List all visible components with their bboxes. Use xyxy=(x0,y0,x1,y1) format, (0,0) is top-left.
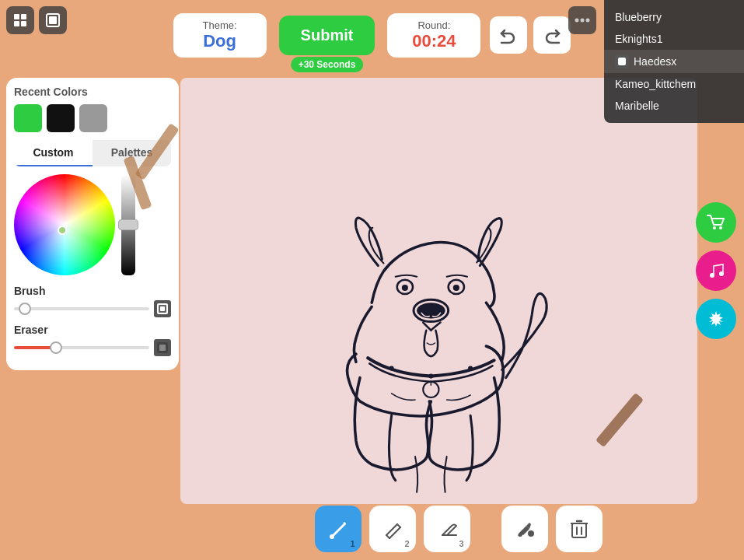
top-right-menu-icon[interactable] xyxy=(568,6,596,34)
bottom-toolbar: 1 2 3 xyxy=(315,506,603,552)
brush-label: Brush xyxy=(14,285,171,297)
brush-tool-num: 1 xyxy=(350,539,355,548)
eraser-slider-row xyxy=(14,339,171,356)
settings-button[interactable] xyxy=(696,299,736,339)
top-left-icon-2[interactable] xyxy=(39,6,67,34)
svg-point-16 xyxy=(468,366,473,370)
brush-size-icon xyxy=(154,300,171,317)
svg-point-40 xyxy=(575,19,579,23)
player-name-blueberry: Blueberry xyxy=(615,11,662,23)
pencil-tool-num: 2 xyxy=(404,539,409,548)
svg-point-14 xyxy=(389,366,394,370)
svg-point-35 xyxy=(719,226,722,229)
player-name-maribelle: Maribelle xyxy=(615,100,659,112)
shop-button[interactable] xyxy=(696,202,736,243)
svg-point-42 xyxy=(586,19,590,23)
round-box: Round: 00:24 xyxy=(387,13,480,58)
eraser-size-icon xyxy=(154,339,171,356)
svg-point-36 xyxy=(710,273,714,278)
color-wheel[interactable] xyxy=(14,174,115,275)
undo-button[interactable] xyxy=(490,16,527,54)
svg-point-11 xyxy=(417,303,445,318)
theme-box: Theme: Dog xyxy=(173,13,267,58)
svg-rect-1 xyxy=(21,14,26,19)
svg-line-26 xyxy=(386,535,389,538)
svg-rect-19 xyxy=(160,306,165,311)
plus-seconds-badge: +30 Seconds xyxy=(291,57,364,72)
color-swatch-black[interactable] xyxy=(47,104,75,132)
eraser-size-slider[interactable] xyxy=(14,346,149,349)
color-swatch-green[interactable] xyxy=(14,104,42,132)
brush-size-slider[interactable] xyxy=(14,307,149,310)
brush-slider-row xyxy=(14,300,171,317)
svg-point-28 xyxy=(528,530,534,537)
brush-section: Brush xyxy=(14,285,171,317)
svg-rect-2 xyxy=(14,21,19,26)
eraser-label: Eraser xyxy=(14,324,171,336)
tab-palettes[interactable]: Palettes xyxy=(93,140,171,166)
top-left-icons xyxy=(6,6,67,34)
player-name-eknights1: Eknights1 xyxy=(615,33,662,45)
svg-line-25 xyxy=(389,527,400,538)
tab-custom[interactable]: Custom xyxy=(14,140,93,166)
fill-tool-button[interactable] xyxy=(501,506,548,552)
svg-point-22 xyxy=(330,534,334,539)
player-name-kameo: Kameo_kittchem xyxy=(615,78,696,90)
svg-rect-3 xyxy=(21,21,26,26)
eraser-tool-button[interactable]: 3 xyxy=(424,506,470,552)
round-value: 00:24 xyxy=(403,31,465,51)
submit-button[interactable]: Submit +30 Seconds xyxy=(279,16,375,55)
svg-point-34 xyxy=(713,226,716,229)
player-list: Blueberry Eknights1 Haedesx Kameo_kittch… xyxy=(604,0,744,123)
top-left-icon-1[interactable] xyxy=(6,6,34,34)
svg-rect-29 xyxy=(572,523,586,537)
player-item-kameo: Kameo_kittchem xyxy=(604,73,744,95)
eraser-section: Eraser xyxy=(14,324,171,356)
player-item-blueberry: Blueberry xyxy=(604,6,744,28)
player-item-eknights1: Eknights1 xyxy=(604,28,744,50)
svg-point-15 xyxy=(428,374,433,379)
pencil-tool-button[interactable]: 2 xyxy=(369,506,416,552)
trash-button[interactable] xyxy=(556,506,603,552)
canvas-area[interactable] xyxy=(180,78,697,504)
round-label: Round: xyxy=(403,19,465,31)
theme-label: Theme: xyxy=(189,19,251,31)
player-item-maribelle: Maribelle xyxy=(604,95,744,117)
svg-rect-5 xyxy=(49,16,57,24)
eraser-tool-num: 3 xyxy=(459,539,463,548)
svg-line-23 xyxy=(386,524,397,535)
recent-colors-label: Recent Colors xyxy=(14,86,171,98)
color-swatch-gray[interactable] xyxy=(79,104,107,132)
tabs: Custom Palettes xyxy=(14,140,171,166)
music-button[interactable] xyxy=(696,250,736,291)
theme-value: Dog xyxy=(189,31,251,51)
player-item-haedesx: Haedesx xyxy=(604,50,744,73)
undo-redo-group xyxy=(490,16,571,54)
color-picker-area xyxy=(14,174,171,275)
svg-point-37 xyxy=(719,271,724,276)
svg-point-41 xyxy=(581,19,585,23)
svg-rect-39 xyxy=(618,58,626,65)
brightness-handle xyxy=(118,219,138,230)
brush-tool-button[interactable]: 1 xyxy=(315,506,362,552)
player-name-haedesx: Haedesx xyxy=(634,55,676,68)
svg-point-7 xyxy=(402,285,408,291)
redo-button[interactable] xyxy=(533,16,571,54)
color-swatches xyxy=(14,104,171,132)
left-panel: Recent Colors Custom Palettes Brush xyxy=(6,78,179,370)
svg-point-9 xyxy=(453,285,459,291)
svg-rect-21 xyxy=(159,345,166,351)
right-buttons xyxy=(696,202,736,339)
svg-rect-0 xyxy=(14,14,19,19)
wheel-cursor xyxy=(58,226,67,235)
player-icon-haedesx xyxy=(615,54,629,68)
brightness-slider[interactable] xyxy=(121,174,135,275)
